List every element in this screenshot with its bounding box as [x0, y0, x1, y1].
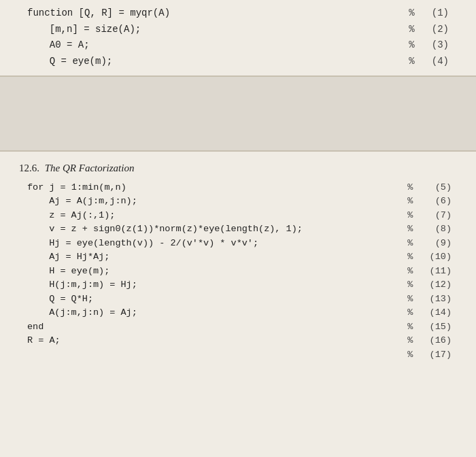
code-text-12: H(j:m,j:m) = Hj;: [0, 278, 137, 292]
code-text-1: function [Q, R] = myqr(A): [0, 6, 170, 21]
section-title: 12.6. The QR Factorization: [0, 158, 476, 181]
code-text-3: A0 = A;: [0, 38, 90, 53]
separator-area: [0, 77, 476, 152]
line-comment-4: % (4): [409, 54, 476, 69]
code-text-6: Aj = A(j:m,j:n);: [0, 194, 137, 209]
code-text-10: Aj = Hj*Aj;: [0, 250, 109, 265]
line-comment-12: % (12): [407, 278, 476, 292]
code-line-13: Q = Q*H; % (13): [0, 292, 476, 307]
code-line-7: z = Aj(:,1); % (7): [0, 209, 476, 223]
code-line-15: end % (15): [0, 320, 476, 335]
line-comment-17: % (17): [407, 348, 476, 362]
code-text-9: Hj = eye(length(v)) - 2/(v'*v) * v*v';: [0, 237, 258, 251]
code-text-2: [m,n] = size(A);: [0, 22, 141, 37]
code-line-9: Hj = eye(length(v)) - 2/(v'*v) * v*v'; %…: [0, 237, 476, 251]
line-comment-10: % (10): [407, 250, 476, 265]
line-comment-3: % (3): [409, 38, 476, 53]
line-comment-14: % (14): [407, 306, 476, 320]
line-comment-2: % (2): [409, 22, 476, 37]
code-line-14: A(j:m,j:n) = Aj; % (14): [0, 306, 476, 320]
line-comment-7: % (7): [407, 209, 476, 223]
code-text-16: R = A;: [0, 334, 61, 348]
code-text-7: z = Aj(:,1);: [0, 209, 115, 223]
code-block-bottom: for j = 1:min(m,n) % (5) Aj = A(j:m,j:n)…: [0, 181, 476, 362]
code-line-1: function [Q, R] = myqr(A) % (1): [0, 5, 476, 22]
bottom-section: 12.6. The QR Factorization for j = 1:min…: [0, 152, 476, 369]
code-text-13: Q = Q*H;: [0, 292, 93, 307]
line-comment-11: % (11): [407, 265, 476, 279]
code-line-2: [m,n] = size(A); % (2): [0, 22, 476, 38]
code-line-5: for j = 1:min(m,n) % (5): [0, 181, 476, 195]
code-text-11: H = eye(m);: [0, 265, 109, 279]
code-line-4: Q = eye(m); % (4): [0, 54, 476, 70]
code-text-14: A(j:m,j:n) = Aj;: [0, 306, 137, 320]
section-name: The QR Factorization: [45, 163, 135, 173]
page: function [Q, R] = myqr(A) % (1) [m,n] = …: [0, 0, 476, 457]
line-comment-8: % (8): [407, 222, 476, 237]
code-line-17: % (17): [0, 348, 476, 362]
line-comment-13: % (13): [407, 292, 476, 307]
code-line-12: H(j:m,j:m) = Hj; % (12): [0, 278, 476, 292]
line-comment-15: % (15): [407, 320, 476, 335]
line-comment-5: % (5): [407, 181, 476, 195]
code-text-4: Q = eye(m);: [0, 54, 112, 69]
code-text-15: end: [0, 320, 44, 335]
code-line-8: v = z + sign0(z(1))*norm(z)*eye(length(z…: [0, 222, 476, 237]
section-number: 12.6.: [19, 163, 39, 173]
line-comment-6: % (6): [407, 194, 476, 209]
line-comment-9: % (9): [407, 237, 476, 251]
top-code-block: function [Q, R] = myqr(A) % (1) [m,n] = …: [0, 0, 476, 77]
line-comment-1: % (1): [409, 6, 476, 21]
code-text-8: v = z + sign0(z(1))*norm(z)*eye(length(z…: [0, 222, 303, 237]
code-line-10: Aj = Hj*Aj; % (10): [0, 250, 476, 265]
code-line-6: Aj = A(j:m,j:n); % (6): [0, 194, 476, 209]
code-line-16: R = A; % (16): [0, 334, 476, 348]
code-line-11: H = eye(m); % (11): [0, 265, 476, 279]
code-text-5: for j = 1:min(m,n): [0, 181, 126, 195]
line-comment-16: % (16): [407, 334, 476, 348]
code-line-3: A0 = A; % (3): [0, 37, 476, 54]
